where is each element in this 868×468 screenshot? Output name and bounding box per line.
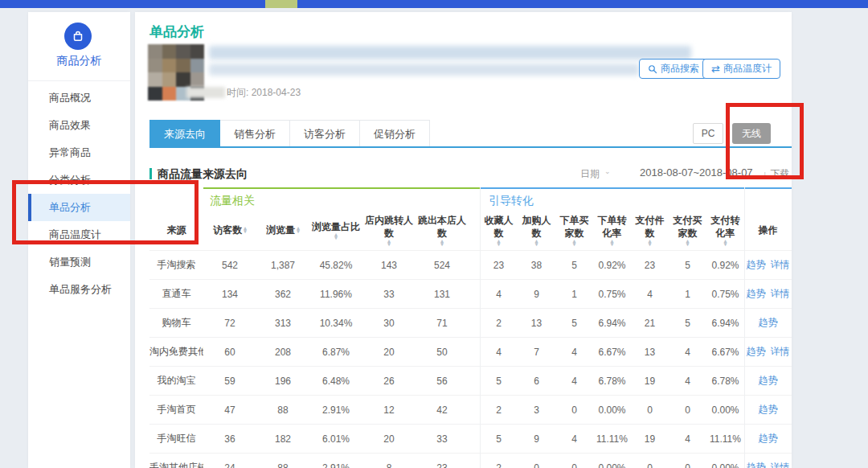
metric-cell: 8 xyxy=(362,462,416,468)
metric-cell: 524 xyxy=(416,260,469,271)
sort-icon[interactable]: ▴▾ xyxy=(440,240,444,246)
sort-down-icon: ▾ xyxy=(387,243,391,246)
sort-down-icon: ▾ xyxy=(686,243,690,246)
metric-cell: 5 xyxy=(555,318,593,329)
metric-cell: 2 xyxy=(480,404,518,416)
metric-cell: 208 xyxy=(256,347,309,358)
product-search-button[interactable]: 商品搜索 xyxy=(639,59,708,79)
table-row: 我的淘宝591966.48%26565646.78%1946.78%趋势 xyxy=(149,366,792,395)
tab-访客分析[interactable]: 访客分析 xyxy=(290,120,360,147)
mosaic-cell xyxy=(190,72,205,87)
sort-down-icon: ▾ xyxy=(724,243,727,246)
metric-cell: 0.00% xyxy=(593,404,631,416)
sidebar-divider xyxy=(28,80,130,81)
sort-icon[interactable]: ▴▾ xyxy=(334,233,338,240)
sort-icon[interactable]: ▴▾ xyxy=(686,240,690,246)
sidebar-item-商品概况[interactable]: 商品概况 xyxy=(28,84,130,112)
mosaic-cell xyxy=(162,87,177,101)
table-header-row: 来源访客数▴▾浏览量▴▾浏览量占比▴▾店内跳转人数▴▾跳出本店人数▴▾收藏人数▴… xyxy=(149,210,792,250)
source-cell: 淘内免费其他 xyxy=(149,345,203,359)
sort-icon[interactable]: ▴▾ xyxy=(611,240,614,246)
sort-down-icon: ▾ xyxy=(535,243,538,246)
product-title-blurred xyxy=(209,46,691,60)
metric-cell: 143 xyxy=(362,260,416,271)
sort-icon[interactable]: ▴▾ xyxy=(497,240,501,246)
sort-icon[interactable]: ▴▾ xyxy=(244,227,247,233)
sidebar-item-单品服务分析[interactable]: 单品服务分析 xyxy=(28,276,130,303)
trend-link[interactable]: 趋势 xyxy=(759,374,778,388)
mosaic-cell xyxy=(162,44,177,59)
column-header-浏览量占比: 浏览量占比▴▾ xyxy=(309,220,362,240)
mosaic-cell xyxy=(176,44,190,59)
tab-促销分析[interactable]: 促销分析 xyxy=(360,120,430,147)
sort-icon[interactable]: ▴▾ xyxy=(297,227,300,233)
toggle-pc-button[interactable]: PC xyxy=(693,123,723,144)
metric-cell: 4 xyxy=(669,347,706,358)
group-header-traffic: 流量相关 xyxy=(203,187,480,210)
column-header-店内跳转人数: 店内跳转人数▴▾ xyxy=(362,214,416,246)
sort-icon[interactable]: ▴▾ xyxy=(573,240,576,246)
metric-cell: 0 xyxy=(555,462,593,468)
analysis-tabs: 来源去向销售分析访客分析促销分析 xyxy=(149,120,430,147)
metric-cell: 88 xyxy=(256,462,309,468)
detail-link[interactable]: 详情 xyxy=(771,345,790,359)
trend-link[interactable]: 趋势 xyxy=(759,403,778,417)
metric-cell: 38 xyxy=(518,260,555,271)
trend-link[interactable]: 趋势 xyxy=(759,432,778,445)
metric-cell: 4 xyxy=(555,433,593,445)
shopping-bag-icon xyxy=(64,23,92,50)
metric-cell: 313 xyxy=(256,318,309,329)
metric-cell: 19 xyxy=(631,376,669,387)
action-cell: 趋势详情 xyxy=(744,345,792,359)
metric-cell: 0.75% xyxy=(706,289,744,300)
trend-link[interactable]: 趋势 xyxy=(747,287,766,301)
metric-cell: 2 xyxy=(480,318,518,329)
trend-link[interactable]: 趋势 xyxy=(759,316,778,330)
metric-cell: 5 xyxy=(480,376,518,387)
metric-cell: 6.94% xyxy=(593,318,631,329)
tab-销售分析[interactable]: 销售分析 xyxy=(220,120,290,147)
sort-icon[interactable]: ▴▾ xyxy=(724,240,727,246)
metric-cell: 5 xyxy=(669,260,706,271)
column-header-label: 支付件数 xyxy=(633,214,667,240)
metric-cell: 6.67% xyxy=(706,347,744,358)
metric-cell: 6.87% xyxy=(309,347,362,358)
table-row: 淘内免费其他602086.87%20504746.67%1346.67%趋势详情 xyxy=(149,337,792,366)
metric-cell: 6.78% xyxy=(593,376,631,387)
trend-link[interactable]: 趋势 xyxy=(747,345,766,359)
mosaic-cell xyxy=(148,87,162,101)
metric-cell: 362 xyxy=(256,289,309,300)
date-filter-dropdown[interactable]: 日期 xyxy=(580,167,600,181)
sidebar-item-商品效果[interactable]: 商品效果 xyxy=(28,112,130,139)
action-cell: 趋势详情 xyxy=(744,461,792,468)
metric-cell: 30 xyxy=(362,318,416,329)
sort-icon[interactable]: ▴▾ xyxy=(387,240,391,246)
column-header-label: 跳出本店人数 xyxy=(417,214,467,240)
metric-cell: 88 xyxy=(256,404,309,416)
sort-icon[interactable]: ▴▾ xyxy=(649,240,652,246)
metric-cell: 21 xyxy=(631,318,669,329)
product-thermometer-label: 商品温度计 xyxy=(723,62,772,76)
metric-cell: 19 xyxy=(631,433,669,445)
product-thermometer-button[interactable]: ⇄ 商品温度计 xyxy=(702,59,780,79)
trend-link[interactable]: 趋势 xyxy=(747,258,766,272)
group-separator-line xyxy=(480,187,481,468)
chevron-down-icon: ⌄ xyxy=(604,167,611,175)
metric-cell: 134 xyxy=(203,289,256,300)
sort-icon[interactable]: ▴▾ xyxy=(535,240,538,246)
trend-link[interactable]: 趋势 xyxy=(747,461,766,468)
metric-cell: 196 xyxy=(256,376,309,387)
annotation-box-sidebar xyxy=(12,180,199,244)
tab-来源去向[interactable]: 来源去向 xyxy=(149,120,220,147)
metric-cell: 20 xyxy=(362,347,416,358)
detail-link[interactable]: 详情 xyxy=(771,258,790,272)
metric-cell: 3 xyxy=(518,404,555,416)
metric-cell: 9 xyxy=(518,433,555,445)
sidebar-item-销量预测[interactable]: 销量预测 xyxy=(28,248,130,276)
detail-link[interactable]: 详情 xyxy=(771,287,790,301)
mosaic-cell xyxy=(190,44,205,59)
sidebar-item-异常商品[interactable]: 异常商品 xyxy=(28,139,130,166)
metric-cell: 36 xyxy=(203,433,256,445)
detail-link[interactable]: 详情 xyxy=(771,461,790,468)
metric-cell: 4 xyxy=(631,289,669,300)
